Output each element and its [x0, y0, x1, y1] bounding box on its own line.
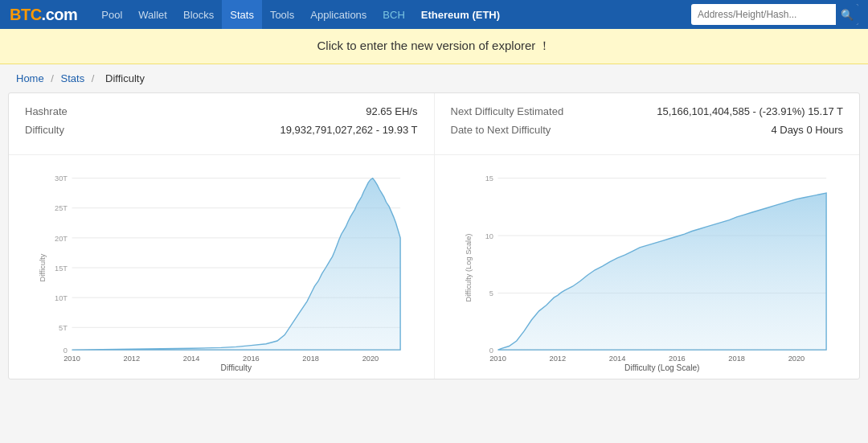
search-input[interactable] — [691, 9, 836, 20]
chart-right-area — [497, 193, 826, 350]
hashrate-value: 92.65 EH/s — [366, 105, 417, 117]
next-diff-label: Next Difficulty Estimated — [451, 105, 564, 117]
difficulty-item: Difficulty 19,932,791,027,262 - 19.93 T — [25, 124, 418, 136]
breadcrumb-home[interactable]: Home — [16, 72, 44, 84]
hashrate-item: Hashrate 92.65 EH/s — [25, 105, 418, 117]
search-button[interactable]: 🔍 — [836, 4, 858, 25]
date-next-value: 4 Days 0 Hours — [771, 124, 843, 136]
charts-row: Difficulty 30T 25T 20T 15T 10T 5T 0 — [9, 155, 859, 379]
navbar: BTC.com Pool Wallet Blocks Stats Tools A… — [0, 0, 868, 29]
nav-pool[interactable]: Pool — [93, 0, 130, 29]
xtick-2010-left: 2010 — [63, 355, 80, 363]
tick-5: 5 — [489, 289, 493, 297]
tick-5t: 5T — [59, 324, 68, 332]
difficulty-label: Difficulty — [25, 124, 64, 136]
nav-tools[interactable]: Tools — [262, 0, 302, 29]
tick-0: 0 — [63, 347, 68, 355]
main-content: Hashrate 92.65 EH/s Difficulty 19,932,79… — [8, 92, 860, 379]
tick-15t: 15T — [55, 265, 68, 273]
nav-stats[interactable]: Stats — [222, 0, 262, 29]
next-diff-item: Next Difficulty Estimated 15,166,101,404… — [451, 105, 844, 117]
breadcrumb-current: Difficulty — [105, 72, 145, 84]
difficulty-value: 19,932,791,027,262 - 19.93 T — [280, 124, 417, 136]
xtick-2014-left: 2014 — [183, 355, 200, 363]
right-stats-panel: Next Difficulty Estimated 15,166,101,404… — [435, 93, 860, 154]
xtick-2018-left: 2018 — [302, 355, 319, 363]
chart-left-container: Difficulty 30T 25T 20T 15T 10T 5T 0 — [9, 155, 435, 379]
tick-25t: 25T — [55, 204, 68, 212]
breadcrumb-stats[interactable]: Stats — [61, 72, 85, 84]
next-diff-value: 15,166,101,404,585 - (-23.91%) 15.17 T — [657, 105, 843, 117]
breadcrumb: Home / Stats / Difficulty — [0, 64, 868, 92]
nav-eth[interactable]: Ethereum (ETH) — [413, 0, 508, 29]
chart-right-y-label: Difficulty (Log Scale) — [465, 234, 473, 302]
chart-left-x-label: Difficulty — [221, 363, 252, 372]
chart-left-svg: Difficulty 30T 25T 20T 15T 10T 5T 0 — [17, 163, 426, 372]
hashrate-label: Hashrate — [25, 105, 68, 117]
brand-com: .com — [42, 6, 78, 23]
date-next-item: Date to Next Difficulty 4 Days 0 Hours — [451, 124, 844, 136]
nav-bch[interactable]: BCH — [375, 0, 412, 29]
tick-20t: 20T — [55, 235, 68, 243]
tick-30t: 30T — [55, 174, 68, 183]
nav-applications[interactable]: Applications — [302, 0, 375, 29]
brand-btc: BTC — [10, 6, 42, 23]
nav-blocks[interactable]: Blocks — [175, 0, 222, 29]
banner-text: Click to enter the new version of explor… — [317, 39, 551, 52]
xtick-2010-right: 2010 — [489, 355, 506, 363]
search-box: 🔍 — [691, 4, 858, 25]
tick-0-right: 0 — [489, 347, 493, 355]
xtick-2016-right: 2016 — [669, 355, 686, 363]
breadcrumb-sep-1: / — [51, 72, 56, 84]
tick-15: 15 — [485, 174, 493, 183]
nav-links: Pool Wallet Blocks Stats Tools Applicati… — [93, 0, 691, 29]
chart-right-container: Difficulty (Log Scale) 15 10 5 0 2010 20… — [435, 155, 860, 379]
date-next-label: Date to Next Difficulty — [451, 124, 551, 136]
new-version-banner[interactable]: Click to enter the new version of explor… — [0, 29, 868, 64]
xtick-2018-right: 2018 — [728, 355, 745, 363]
tick-10t: 10T — [55, 294, 68, 302]
xtick-2016-left: 2016 — [243, 355, 260, 363]
tick-10: 10 — [485, 232, 493, 240]
xtick-2020-left: 2020 — [362, 355, 379, 363]
chart-left-area — [72, 178, 401, 351]
xtick-2020-right: 2020 — [788, 355, 805, 363]
brand-logo[interactable]: BTC.com — [10, 6, 77, 24]
xtick-2012-right: 2012 — [549, 355, 566, 363]
chart-left-y-label: Difficulty — [39, 253, 47, 281]
breadcrumb-sep-2: / — [92, 72, 97, 84]
xtick-2012-left: 2012 — [124, 355, 141, 363]
chart-right-svg: Difficulty (Log Scale) 15 10 5 0 2010 20… — [443, 163, 852, 372]
left-stats-panel: Hashrate 92.65 EH/s Difficulty 19,932,79… — [9, 93, 435, 154]
stats-row: Hashrate 92.65 EH/s Difficulty 19,932,79… — [9, 93, 859, 155]
chart-right-x-label: Difficulty (Log Scale) — [624, 363, 699, 372]
nav-wallet[interactable]: Wallet — [130, 0, 175, 29]
xtick-2014-right: 2014 — [608, 355, 625, 363]
